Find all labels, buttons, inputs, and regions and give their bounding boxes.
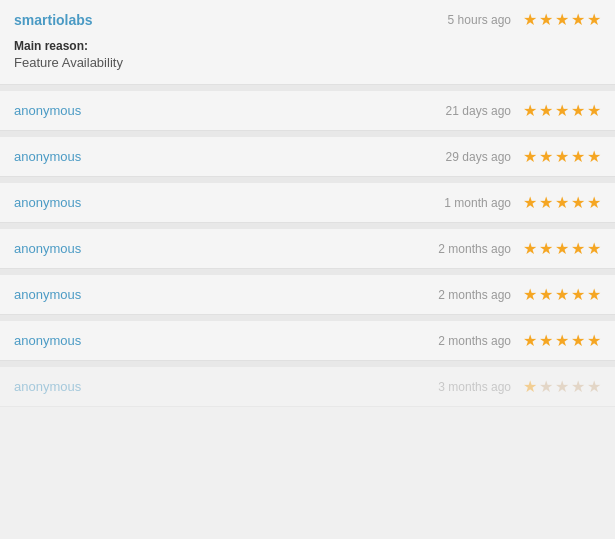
review-header: smartiolabs5 hours ago★★★★★ xyxy=(14,10,601,29)
review-list: smartiolabs5 hours ago★★★★★Main reason:F… xyxy=(0,0,615,407)
reviewer-name[interactable]: anonymous xyxy=(14,103,81,118)
review-content: Feature Availability xyxy=(14,55,601,70)
star-filled: ★ xyxy=(555,101,569,120)
star-filled: ★ xyxy=(571,101,585,120)
star-filled: ★ xyxy=(539,193,553,212)
review-item[interactable]: anonymous21 days ago★★★★★ xyxy=(0,91,615,131)
star-filled: ★ xyxy=(555,239,569,258)
reviewer-name[interactable]: anonymous xyxy=(14,333,81,348)
star-filled: ★ xyxy=(539,331,553,350)
star-rating: ★★★★★ xyxy=(523,239,601,258)
review-item[interactable]: anonymous2 months ago★★★★★ xyxy=(0,321,615,361)
star-filled: ★ xyxy=(555,331,569,350)
review-item[interactable]: anonymous2 months ago★★★★★ xyxy=(0,275,615,315)
review-label: Main reason: xyxy=(14,39,601,53)
reviewer-name[interactable]: anonymous xyxy=(14,241,81,256)
review-meta: 1 month ago★★★★★ xyxy=(444,193,601,212)
review-header: anonymous2 months ago★★★★★ xyxy=(14,331,601,350)
star-rating: ★★★★★ xyxy=(523,101,601,120)
star-filled: ★ xyxy=(571,10,585,29)
star-empty: ★ xyxy=(571,377,585,396)
star-filled: ★ xyxy=(571,147,585,166)
star-rating: ★★★★★ xyxy=(523,147,601,166)
star-filled: ★ xyxy=(587,331,601,350)
review-time: 29 days ago xyxy=(446,150,511,164)
star-filled: ★ xyxy=(571,239,585,258)
reviewer-name[interactable]: anonymous xyxy=(14,195,81,210)
star-filled: ★ xyxy=(523,101,537,120)
review-meta: 3 months ago★★★★★ xyxy=(438,377,601,396)
review-meta: 2 months ago★★★★★ xyxy=(438,285,601,304)
star-rating: ★★★★★ xyxy=(523,331,601,350)
review-meta: 2 months ago★★★★★ xyxy=(438,331,601,350)
star-filled: ★ xyxy=(523,331,537,350)
review-item[interactable]: anonymous2 months ago★★★★★ xyxy=(0,229,615,269)
star-filled: ★ xyxy=(587,239,601,258)
reviewer-name[interactable]: anonymous xyxy=(14,287,81,302)
star-filled: ★ xyxy=(555,193,569,212)
star-filled: ★ xyxy=(587,193,601,212)
star-filled: ★ xyxy=(523,377,537,396)
review-item[interactable]: anonymous29 days ago★★★★★ xyxy=(0,137,615,177)
star-filled: ★ xyxy=(523,147,537,166)
star-filled: ★ xyxy=(539,147,553,166)
star-filled: ★ xyxy=(523,285,537,304)
star-filled: ★ xyxy=(539,101,553,120)
star-filled: ★ xyxy=(523,10,537,29)
review-time: 21 days ago xyxy=(446,104,511,118)
star-filled: ★ xyxy=(571,193,585,212)
review-meta: 2 months ago★★★★★ xyxy=(438,239,601,258)
review-time: 3 months ago xyxy=(438,380,511,394)
star-filled: ★ xyxy=(523,239,537,258)
star-filled: ★ xyxy=(539,10,553,29)
review-time: 2 months ago xyxy=(438,242,511,256)
review-header: anonymous3 months ago★★★★★ xyxy=(14,377,601,396)
review-header: anonymous2 months ago★★★★★ xyxy=(14,239,601,258)
review-header: anonymous21 days ago★★★★★ xyxy=(14,101,601,120)
star-filled: ★ xyxy=(555,285,569,304)
star-rating: ★★★★★ xyxy=(523,193,601,212)
review-time: 1 month ago xyxy=(444,196,511,210)
star-rating: ★★★★★ xyxy=(523,10,601,29)
star-empty: ★ xyxy=(539,377,553,396)
review-body: Main reason:Feature Availability xyxy=(14,39,601,70)
review-time: 5 hours ago xyxy=(448,13,511,27)
star-filled: ★ xyxy=(587,285,601,304)
review-time: 2 months ago xyxy=(438,334,511,348)
star-filled: ★ xyxy=(571,331,585,350)
star-filled: ★ xyxy=(523,193,537,212)
star-empty: ★ xyxy=(587,377,601,396)
star-filled: ★ xyxy=(555,147,569,166)
reviewer-name[interactable]: anonymous xyxy=(14,379,81,394)
star-empty: ★ xyxy=(555,377,569,396)
star-filled: ★ xyxy=(539,239,553,258)
star-filled: ★ xyxy=(539,285,553,304)
review-header: anonymous1 month ago★★★★★ xyxy=(14,193,601,212)
review-item[interactable]: smartiolabs5 hours ago★★★★★Main reason:F… xyxy=(0,0,615,85)
reviewer-name[interactable]: smartiolabs xyxy=(14,12,93,28)
review-item[interactable]: anonymous1 month ago★★★★★ xyxy=(0,183,615,223)
review-meta: 21 days ago★★★★★ xyxy=(446,101,601,120)
star-filled: ★ xyxy=(587,147,601,166)
review-meta: 29 days ago★★★★★ xyxy=(446,147,601,166)
review-item[interactable]: anonymous3 months ago★★★★★ xyxy=(0,367,615,407)
review-meta: 5 hours ago★★★★★ xyxy=(448,10,601,29)
star-rating: ★★★★★ xyxy=(523,377,601,396)
review-header: anonymous2 months ago★★★★★ xyxy=(14,285,601,304)
star-rating: ★★★★★ xyxy=(523,285,601,304)
star-filled: ★ xyxy=(587,10,601,29)
star-filled: ★ xyxy=(571,285,585,304)
review-header: anonymous29 days ago★★★★★ xyxy=(14,147,601,166)
star-filled: ★ xyxy=(587,101,601,120)
review-time: 2 months ago xyxy=(438,288,511,302)
star-filled: ★ xyxy=(555,10,569,29)
reviewer-name[interactable]: anonymous xyxy=(14,149,81,164)
